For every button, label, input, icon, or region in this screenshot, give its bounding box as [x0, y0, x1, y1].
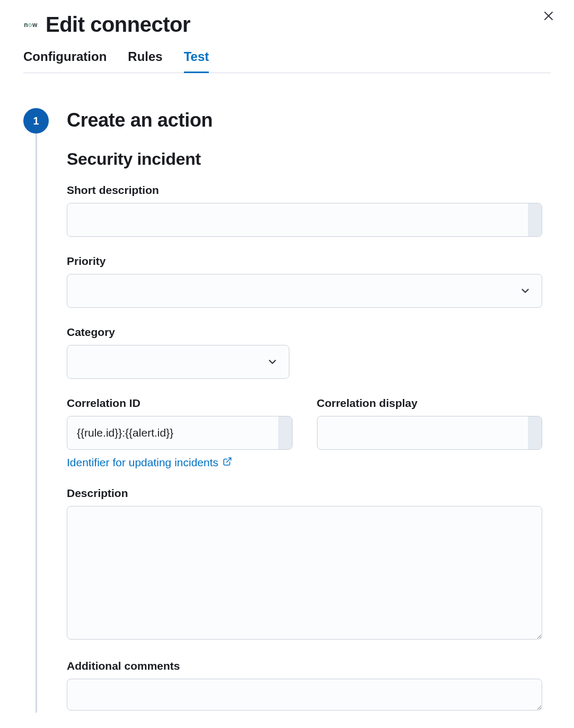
field-correlation-row: Correlation ID Identifier for updating i…	[67, 397, 542, 469]
close-icon	[542, 15, 555, 24]
short-description-input-wrap	[67, 203, 542, 237]
svg-line-2	[227, 458, 231, 462]
correlation-id-help-link[interactable]: Identifier for updating incidents	[67, 456, 232, 469]
correlation-display-input[interactable]	[317, 416, 528, 449]
correlation-display-input-wrap	[317, 416, 543, 450]
correlation-id-help-text: Identifier for updating incidents	[67, 456, 218, 469]
correlation-display-label: Correlation display	[317, 397, 543, 410]
step-connector-line	[36, 134, 37, 713]
correlation-id-input[interactable]	[67, 416, 278, 449]
step-rail: 1	[23, 108, 49, 713]
step-number-badge: 1	[23, 108, 49, 134]
priority-select[interactable]	[67, 274, 542, 308]
field-priority: Priority	[67, 255, 542, 308]
field-additional-comments: Additional comments	[67, 660, 542, 713]
tab-test[interactable]: Test	[184, 49, 209, 73]
additional-comments-label: Additional comments	[67, 660, 542, 672]
additional-comments-textarea[interactable]	[67, 679, 542, 711]
description-label: Description	[67, 487, 542, 500]
step-1: 1 Create an action Security incident Sho…	[23, 108, 542, 713]
short-description-input[interactable]	[67, 203, 528, 236]
short-description-label: Short description	[67, 184, 542, 197]
section-heading: Security incident	[67, 149, 542, 169]
chevron-down-icon	[519, 285, 531, 297]
close-button[interactable]	[542, 10, 555, 22]
priority-label: Priority	[67, 255, 542, 268]
correlation-display-variable-button[interactable]	[528, 416, 542, 449]
category-label: Category	[67, 326, 542, 339]
flyout-header: now Edit connector Configuration Rules T…	[0, 0, 574, 73]
tab-configuration[interactable]: Configuration	[23, 49, 107, 73]
category-select[interactable]	[67, 345, 289, 379]
page-title: Edit connector	[46, 13, 190, 37]
external-link-icon	[223, 456, 232, 469]
tabs: Configuration Rules Test	[23, 49, 551, 73]
tab-rules[interactable]: Rules	[128, 49, 162, 73]
description-textarea[interactable]	[67, 506, 542, 640]
servicenow-logo-icon: now	[23, 17, 38, 32]
correlation-id-label: Correlation ID	[67, 397, 293, 410]
field-short-description: Short description	[67, 184, 542, 237]
field-description: Description	[67, 487, 542, 642]
field-category: Category	[67, 326, 542, 379]
flyout-body[interactable]: 1 Create an action Security incident Sho…	[0, 92, 574, 728]
step-heading: Create an action	[67, 109, 542, 131]
correlation-id-variable-button[interactable]	[278, 416, 292, 449]
short-description-variable-button[interactable]	[528, 203, 542, 236]
correlation-id-input-wrap	[67, 416, 293, 450]
chevron-down-icon	[267, 356, 278, 368]
edit-connector-flyout: now Edit connector Configuration Rules T…	[0, 0, 574, 728]
